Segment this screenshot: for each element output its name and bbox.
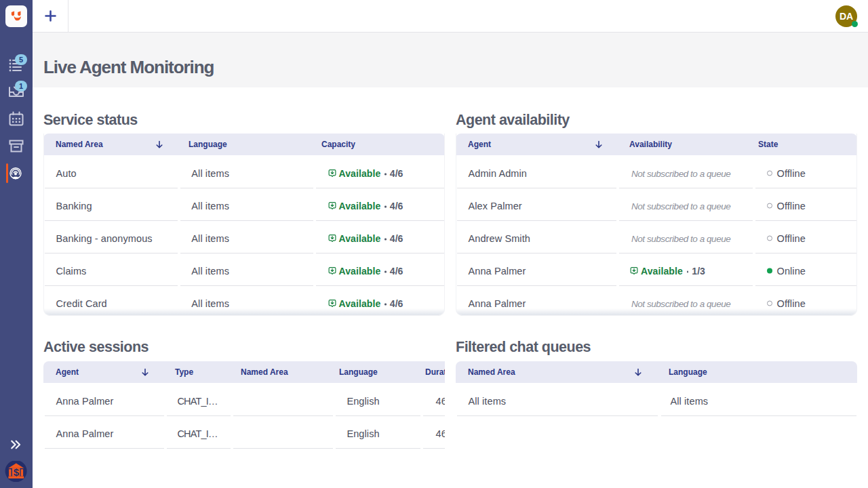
svg-text:$: $ (14, 466, 20, 478)
